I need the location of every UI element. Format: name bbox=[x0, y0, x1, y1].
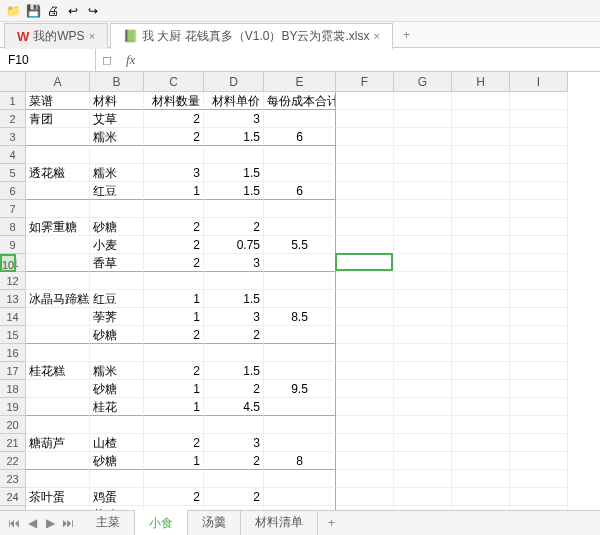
cell[interactable] bbox=[26, 452, 90, 470]
row-header[interactable]: 16 bbox=[0, 344, 26, 362]
row-header[interactable]: 12 bbox=[0, 272, 26, 290]
cell[interactable]: 砂糖 bbox=[90, 452, 144, 470]
save-icon[interactable]: 💾 bbox=[24, 2, 42, 20]
cell[interactable] bbox=[90, 416, 144, 434]
row-header[interactable]: 14 bbox=[0, 308, 26, 326]
cell[interactable] bbox=[510, 92, 568, 110]
cell[interactable]: 2 bbox=[144, 254, 204, 272]
col-header[interactable]: A bbox=[26, 72, 90, 92]
cell[interactable]: 2 bbox=[204, 506, 264, 510]
cell[interactable]: 0.75 bbox=[204, 236, 264, 254]
cell[interactable]: 2 bbox=[144, 362, 204, 380]
cell[interactable] bbox=[264, 416, 336, 434]
cell[interactable] bbox=[452, 488, 510, 506]
row-header[interactable]: 9 bbox=[0, 236, 26, 254]
doc-tab[interactable]: W我的WPS× bbox=[4, 23, 108, 49]
cell[interactable]: 冰晶马蹄糕 bbox=[26, 290, 90, 308]
cell[interactable] bbox=[336, 218, 394, 236]
cell[interactable]: 2 bbox=[144, 488, 204, 506]
cell[interactable] bbox=[26, 470, 90, 488]
cell[interactable] bbox=[26, 308, 90, 326]
cell[interactable] bbox=[452, 110, 510, 128]
cell[interactable]: 糯米 bbox=[90, 362, 144, 380]
col-header[interactable]: D bbox=[204, 72, 264, 92]
cell[interactable] bbox=[510, 182, 568, 200]
cell[interactable] bbox=[510, 164, 568, 182]
redo-icon[interactable]: ↪ bbox=[84, 2, 102, 20]
cell[interactable] bbox=[394, 254, 452, 272]
cell[interactable] bbox=[26, 380, 90, 398]
select-all-corner[interactable] bbox=[0, 72, 26, 92]
cell[interactable] bbox=[336, 506, 394, 510]
sheet-nav-button[interactable]: ▶ bbox=[42, 516, 58, 530]
cell[interactable] bbox=[264, 254, 336, 272]
cell[interactable] bbox=[144, 146, 204, 164]
cell[interactable] bbox=[510, 344, 568, 362]
column-headers[interactable]: ABCDEFGHI bbox=[26, 72, 568, 92]
cell[interactable] bbox=[26, 146, 90, 164]
cell[interactable] bbox=[90, 272, 144, 290]
cell[interactable] bbox=[26, 200, 90, 218]
cell[interactable] bbox=[264, 200, 336, 218]
close-icon[interactable]: × bbox=[89, 30, 95, 42]
cell[interactable] bbox=[452, 200, 510, 218]
cell[interactable] bbox=[452, 380, 510, 398]
cell[interactable] bbox=[144, 416, 204, 434]
cell[interactable] bbox=[394, 434, 452, 452]
name-box[interactable]: F10 bbox=[0, 48, 96, 71]
row-header[interactable]: 24 bbox=[0, 488, 26, 506]
cell[interactable] bbox=[264, 110, 336, 128]
cell[interactable] bbox=[26, 128, 90, 146]
cell[interactable]: 3 bbox=[204, 110, 264, 128]
cell[interactable]: 每份成本合计 bbox=[264, 92, 336, 110]
sheet-tab[interactable]: 汤羹 bbox=[188, 510, 241, 535]
col-header[interactable]: I bbox=[510, 72, 568, 92]
cell[interactable] bbox=[336, 272, 394, 290]
cell[interactable]: 2 bbox=[144, 326, 204, 344]
cell[interactable] bbox=[452, 92, 510, 110]
cell[interactable] bbox=[264, 272, 336, 290]
cell[interactable] bbox=[394, 200, 452, 218]
cell[interactable]: 2 bbox=[204, 452, 264, 470]
cell[interactable] bbox=[452, 146, 510, 164]
cell[interactable] bbox=[510, 200, 568, 218]
fx-icon[interactable]: fx bbox=[118, 52, 143, 68]
cell[interactable] bbox=[336, 380, 394, 398]
cell[interactable] bbox=[394, 470, 452, 488]
cell[interactable] bbox=[144, 272, 204, 290]
cell[interactable] bbox=[510, 110, 568, 128]
row-header[interactable]: 8 bbox=[0, 218, 26, 236]
cell[interactable]: 砂糖 bbox=[90, 326, 144, 344]
row-header[interactable]: 2 bbox=[0, 110, 26, 128]
doc-tab[interactable]: 📗我 大厨 花钱真多（V1.0）BY云为霓裳.xlsx× bbox=[110, 23, 393, 49]
cell[interactable] bbox=[394, 380, 452, 398]
cell[interactable] bbox=[336, 110, 394, 128]
cell[interactable]: 2 bbox=[144, 110, 204, 128]
cell[interactable] bbox=[510, 416, 568, 434]
cell[interactable]: 9.5 bbox=[264, 380, 336, 398]
cell[interactable] bbox=[510, 488, 568, 506]
sheet-tab[interactable]: 材料清单 bbox=[241, 510, 318, 535]
col-header[interactable]: F bbox=[336, 72, 394, 92]
cell[interactable]: 糖葫芦 bbox=[26, 434, 90, 452]
cell[interactable]: 1 bbox=[144, 398, 204, 416]
cell[interactable]: 7 bbox=[264, 506, 336, 510]
cell[interactable] bbox=[452, 344, 510, 362]
cell[interactable] bbox=[394, 272, 452, 290]
cell[interactable] bbox=[26, 344, 90, 362]
cell[interactable] bbox=[26, 416, 90, 434]
cell[interactable] bbox=[452, 236, 510, 254]
cell[interactable]: 茶叶蛋 bbox=[26, 488, 90, 506]
cell[interactable] bbox=[452, 308, 510, 326]
cell[interactable]: 2 bbox=[204, 218, 264, 236]
sheet-nav-button[interactable]: ⏭ bbox=[60, 516, 76, 530]
cell[interactable] bbox=[144, 344, 204, 362]
add-tab-button[interactable]: + bbox=[395, 24, 418, 46]
cell[interactable] bbox=[394, 452, 452, 470]
cell[interactable] bbox=[394, 236, 452, 254]
cell[interactable] bbox=[394, 416, 452, 434]
row-header[interactable]: 7 bbox=[0, 200, 26, 218]
cell[interactable] bbox=[264, 362, 336, 380]
add-sheet-button[interactable]: + bbox=[318, 512, 345, 534]
row-header[interactable]: 18 bbox=[0, 380, 26, 398]
